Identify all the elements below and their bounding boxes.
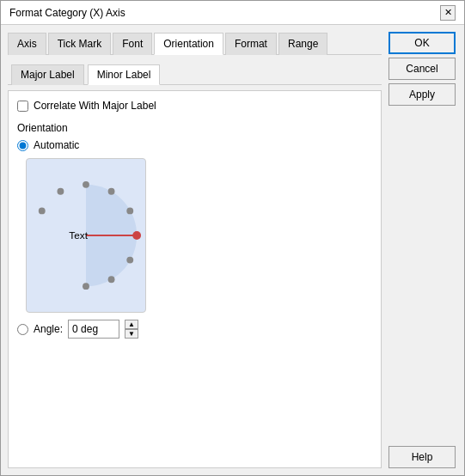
dialog-title: Format Category (X) Axis (9, 7, 125, 19)
subtab-major-label[interactable]: Major Label (11, 64, 84, 85)
angle-spin-down[interactable]: ▼ (125, 329, 138, 339)
angle-row: Angle: ▲ ▼ (17, 320, 372, 339)
svg-point-10 (83, 283, 89, 290)
help-button[interactable]: Help (389, 446, 456, 468)
ok-button[interactable]: OK (389, 32, 456, 54)
svg-point-9 (108, 276, 115, 283)
orientation-dial-widget[interactable]: Text (26, 158, 146, 313)
subtab-bar: Major Label Minor Label (8, 60, 382, 85)
content-area: Axis Tick Mark Font Orientation Format R… (1, 25, 464, 475)
svg-point-3 (126, 207, 133, 214)
tab-bar: Axis Tick Mark Font Orientation Format R… (8, 32, 382, 55)
orientation-group: Orientation Automatic (17, 122, 372, 339)
automatic-radio[interactable] (17, 140, 28, 151)
tab-font[interactable]: Font (113, 33, 152, 55)
subtab-minor-label[interactable]: Minor Label (88, 64, 161, 85)
panel-content: Correlate With Major Label Orientation A… (8, 90, 382, 468)
apply-button[interactable]: Apply (389, 83, 456, 106)
angle-input[interactable] (68, 320, 119, 339)
correlate-row: Correlate With Major Label (17, 100, 372, 112)
svg-text:Text: Text (69, 229, 88, 241)
svg-point-6 (57, 188, 64, 195)
svg-point-4 (108, 188, 115, 195)
cancel-button[interactable]: Cancel (389, 58, 456, 80)
correlate-label: Correlate With Major Label (34, 100, 156, 112)
orientation-section-label: Orientation (17, 122, 372, 134)
left-panel: Axis Tick Mark Font Orientation Format R… (8, 32, 382, 468)
angle-radio[interactable] (17, 324, 28, 335)
close-button[interactable]: ✕ (440, 5, 456, 21)
title-bar: Format Category (X) Axis ✕ (1, 1, 464, 25)
angle-label: Angle: (34, 323, 63, 335)
tab-axis[interactable]: Axis (8, 33, 46, 55)
svg-point-8 (126, 257, 133, 264)
tab-range[interactable]: Range (278, 33, 327, 55)
right-panel: OK Cancel Apply Help (389, 32, 457, 468)
svg-point-5 (83, 181, 89, 188)
automatic-row: Automatic (17, 139, 372, 151)
correlate-checkbox[interactable] (17, 101, 28, 112)
tab-format[interactable]: Format (225, 33, 277, 55)
svg-point-7 (39, 207, 46, 214)
dialog: Format Category (X) Axis ✕ Axis Tick Mar… (0, 0, 465, 476)
automatic-label: Automatic (34, 139, 79, 151)
tab-tick-mark[interactable]: Tick Mark (48, 33, 112, 55)
spin-wrapper: ▲ ▼ (125, 320, 138, 339)
dial-svg: Text (27, 159, 145, 312)
angle-spin-up[interactable]: ▲ (125, 320, 138, 329)
tab-orientation[interactable]: Orientation (154, 33, 223, 55)
